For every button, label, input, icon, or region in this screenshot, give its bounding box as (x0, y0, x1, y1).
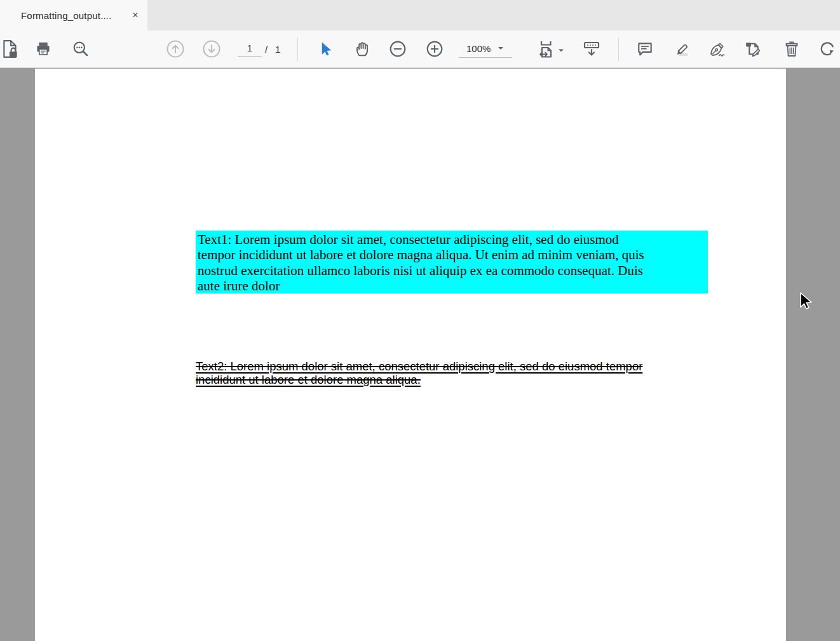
page-total: 1 (275, 30, 280, 68)
text1-line: tempor incididunt ut labore et dolore ma… (198, 247, 708, 262)
pdf-page[interactable]: Text1: Lorem ipsum dolor sit amet, conse… (35, 69, 786, 641)
print-button[interactable] (35, 41, 52, 58)
edit-page-icon (744, 40, 762, 58)
text1-line: aute irure dolor (198, 278, 708, 294)
delete-button[interactable] (783, 39, 801, 58)
highlight-button[interactable] (672, 41, 691, 58)
fit-width-icon (537, 39, 556, 59)
hide-toolbar-button[interactable] (582, 40, 601, 58)
arrow-up-circle-icon (166, 40, 185, 58)
search-icon (72, 40, 90, 58)
toolbar-collapse-icon (582, 40, 601, 58)
rotate-button[interactable] (819, 41, 836, 58)
zoom-out-button[interactable] (389, 40, 407, 58)
search-button[interactable] (72, 40, 90, 58)
hand-icon (354, 41, 371, 58)
fit-width-dropdown[interactable] (537, 39, 564, 59)
page-number-input[interactable] (238, 39, 262, 57)
edit-page-button[interactable] (744, 40, 762, 58)
tab-close-icon[interactable]: × (128, 8, 142, 22)
toolbar-divider (297, 37, 298, 61)
tab-title: Formatting_output.... (21, 10, 112, 21)
zoom-level-dropdown[interactable]: 100% (459, 39, 512, 58)
minus-circle-icon (389, 40, 407, 58)
save-locked-button[interactable] (1, 39, 19, 58)
previous-page-button[interactable] (166, 40, 185, 58)
plus-circle-icon (426, 40, 444, 58)
page-separator: / (265, 30, 268, 68)
text2-line: Text2: Lorem ipsum dolor sit amet, conse… (196, 360, 642, 373)
highlighter-icon (672, 41, 691, 58)
hand-tool-button[interactable] (354, 41, 371, 58)
signature-pen-icon (708, 41, 727, 58)
sign-button[interactable] (708, 41, 727, 58)
document-canvas[interactable]: Text1: Lorem ipsum dolor sit amet, conse… (0, 69, 840, 641)
arrow-down-circle-icon (203, 40, 221, 58)
mouse-cursor (797, 292, 813, 314)
select-cursor-icon (318, 41, 334, 57)
text2-line: incididunt ut labore et dolore magna ali… (196, 373, 421, 386)
comment-button[interactable] (636, 41, 654, 57)
tab-bar: Formatting_output.... × (0, 0, 840, 30)
document-lock-icon (1, 39, 19, 58)
text1-line: nostrud exercitation ullamco laboris nis… (198, 263, 708, 278)
document-tab[interactable]: Formatting_output.... × (0, 0, 147, 30)
zoom-in-button[interactable] (426, 40, 444, 58)
comment-icon (636, 41, 654, 57)
trash-icon (783, 39, 801, 58)
strikethrough-paragraph: Text2: Lorem ipsum dolor sit amet, conse… (196, 360, 642, 386)
highlighted-paragraph: Text1: Lorem ipsum dolor sit amet, conse… (196, 231, 708, 294)
cursor-arrow-icon (797, 292, 813, 312)
print-icon (35, 41, 52, 58)
next-page-button[interactable] (203, 40, 221, 58)
select-tool-button[interactable] (318, 41, 334, 57)
chevron-down-icon (498, 47, 503, 50)
toolbar: / 1 100% (0, 30, 840, 68)
chevron-down-icon (559, 49, 564, 51)
zoom-level-value: 100% (466, 43, 491, 54)
text1-line: Text1: Lorem ipsum dolor sit amet, conse… (198, 232, 708, 247)
rotate-icon (819, 41, 836, 58)
toolbar-divider (618, 37, 619, 61)
